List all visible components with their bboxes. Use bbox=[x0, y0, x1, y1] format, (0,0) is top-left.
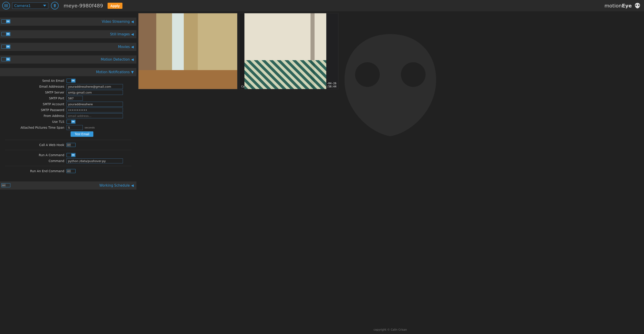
motion-notifications-body: Send An Email Email Addresses SMTP Serve… bbox=[0, 76, 136, 177]
test-email-button[interactable]: Test Email bbox=[70, 131, 93, 137]
main-area: Camera1 2021-04-26 17:58:44 Camera2 2021… bbox=[136, 11, 644, 334]
label-use-tls: Use TLS bbox=[2, 120, 66, 123]
brand-logo: motionEye bbox=[604, 0, 641, 11]
section-video-streaming[interactable]: Video Streaming◀ bbox=[0, 17, 136, 26]
still-images-toggle[interactable] bbox=[1, 32, 10, 36]
section-title-label: Motion Detection bbox=[101, 57, 130, 61]
owl-icon bbox=[634, 2, 641, 9]
section-still-images[interactable]: Still Images◀ bbox=[0, 30, 136, 38]
camera-timestamp-osd: 2021-04-26 17:58:44 bbox=[320, 82, 336, 88]
camera-name-osd: Camera1 bbox=[140, 85, 152, 88]
label-from-address: From Address bbox=[2, 114, 66, 118]
label-smtp-server: SMTP Server bbox=[2, 91, 66, 94]
smtp-server-input[interactable] bbox=[66, 90, 123, 95]
label-smtp-port: SMTP Port bbox=[2, 96, 66, 100]
camera-select-value: Camera1 bbox=[14, 3, 31, 8]
label-call-webhook: Call A Web Hook bbox=[2, 143, 66, 147]
run-command-toggle[interactable] bbox=[66, 153, 76, 157]
attached-span-input[interactable] bbox=[66, 125, 83, 130]
movies-toggle[interactable] bbox=[1, 45, 10, 49]
section-title-label: Working Schedule bbox=[100, 183, 130, 188]
label-smtp-account: SMTP Account bbox=[2, 102, 66, 106]
motion-detection-toggle[interactable] bbox=[1, 57, 10, 61]
collapse-icon: ◀ bbox=[131, 57, 134, 61]
command-input[interactable] bbox=[66, 158, 123, 163]
camera-feed-2[interactable]: Camera2 2021-04-26 17:58:44 bbox=[239, 13, 338, 89]
use-tls-toggle[interactable] bbox=[66, 120, 76, 124]
collapse-icon: ◀ bbox=[131, 19, 134, 24]
camera-name-osd: Camera2 bbox=[241, 85, 253, 88]
smtp-account-input[interactable] bbox=[66, 102, 123, 107]
camera-select[interactable]: Camera1 bbox=[12, 2, 48, 9]
collapse-icon: ◀ bbox=[131, 32, 134, 36]
send-email-toggle[interactable] bbox=[66, 79, 76, 83]
smtp-password-input[interactable] bbox=[66, 107, 123, 112]
section-title-label: Still Images bbox=[110, 32, 130, 36]
delete-camera-button[interactable] bbox=[51, 2, 59, 9]
label-attached-span: Attached Pictures Time Span bbox=[2, 126, 66, 129]
collapse-icon: ◀ bbox=[131, 183, 134, 188]
label-run-command: Run A Command bbox=[2, 153, 66, 157]
working-schedule-toggle[interactable] bbox=[1, 183, 10, 187]
section-motion-detection[interactable]: Motion Detection◀ bbox=[0, 55, 136, 63]
menu-icon bbox=[4, 3, 8, 8]
label-email-addresses: Email Addresses bbox=[2, 85, 66, 88]
menu-button[interactable] bbox=[2, 2, 10, 9]
apply-button[interactable]: Apply bbox=[108, 3, 122, 9]
camera-timestamp-osd: 2021-04-26 17:58:44 bbox=[219, 82, 236, 88]
section-title-label: Video Streaming bbox=[102, 19, 130, 24]
attached-span-unit: seconds bbox=[84, 126, 95, 129]
section-title-label: Motion Notifications bbox=[96, 70, 130, 74]
run-end-command-toggle[interactable] bbox=[66, 169, 76, 173]
expand-icon: ▼ bbox=[131, 70, 134, 74]
video-streaming-toggle[interactable] bbox=[1, 19, 10, 23]
label-smtp-password: SMTP Password bbox=[2, 108, 66, 112]
collapse-icon: ◀ bbox=[131, 45, 134, 49]
label-command: Command bbox=[2, 159, 66, 163]
separator bbox=[5, 140, 132, 140]
footer-copyright: copyright © Calin Crisan bbox=[136, 328, 644, 331]
camera-feed-1[interactable]: Camera1 2021-04-26 17:58:44 bbox=[138, 13, 238, 89]
trash-icon bbox=[53, 3, 57, 8]
separator bbox=[5, 166, 132, 166]
section-movies[interactable]: Movies◀ bbox=[0, 43, 136, 51]
label-send-email: Send An Email bbox=[2, 79, 66, 82]
smtp-port-input[interactable] bbox=[66, 96, 83, 101]
email-addresses-input[interactable] bbox=[66, 84, 123, 89]
separator bbox=[5, 150, 132, 150]
hostname: meye-9980f489 bbox=[64, 3, 103, 8]
label-run-end-command: Run An End Command bbox=[2, 169, 66, 173]
section-title-label: Movies bbox=[118, 45, 130, 49]
section-working-schedule[interactable]: Working Schedule◀ bbox=[0, 181, 136, 190]
call-webhook-toggle[interactable] bbox=[66, 143, 76, 147]
section-motion-notifications[interactable]: Motion Notifications▼ bbox=[0, 68, 136, 76]
from-address-input[interactable] bbox=[66, 113, 123, 118]
settings-sidebar[interactable]: Video Streaming◀ Still Images◀ Movies◀ M… bbox=[0, 11, 136, 334]
